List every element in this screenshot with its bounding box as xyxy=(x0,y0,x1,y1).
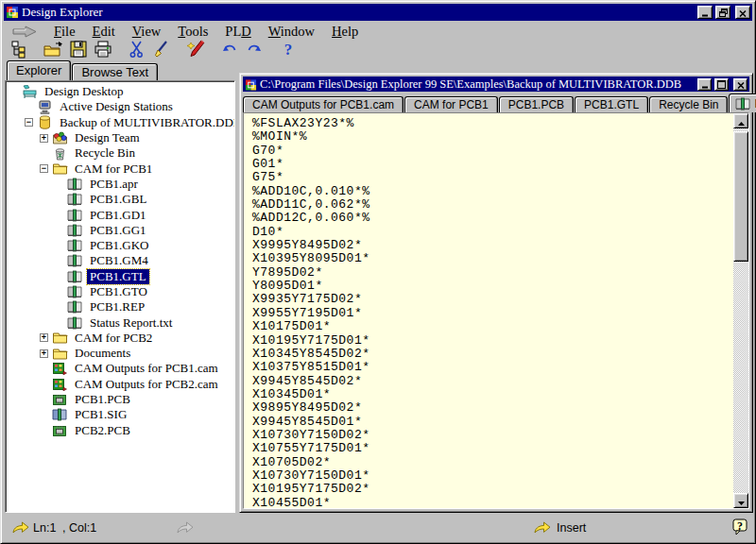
doc-tab-cam-outputs-for-pcb1-cam[interactable]: CAM Outputs for PCB1.cam xyxy=(243,96,404,112)
tree-item-pcb1-apr[interactable]: PCB1.apr xyxy=(6,177,234,192)
help-button[interactable]: ? xyxy=(276,40,301,61)
tree-item-pcb1-gko[interactable]: PCB1.GKO xyxy=(6,238,234,253)
close-icon xyxy=(739,4,747,21)
scroll-track[interactable] xyxy=(733,262,748,493)
expand-icon[interactable]: + xyxy=(40,349,48,358)
line-indicator: Ln:1 xyxy=(33,521,56,535)
undo-button[interactable] xyxy=(217,40,242,61)
help-icon: ? xyxy=(282,41,295,60)
doc-tab-label: CAM Outputs for PCB1.cam xyxy=(252,98,394,111)
menu-pld[interactable]: PLD xyxy=(216,23,259,41)
explorer-toggle-button[interactable] xyxy=(8,40,32,61)
tab-explorer[interactable]: Explorer xyxy=(7,60,71,80)
tree-item-documents[interactable]: +Documents xyxy=(6,346,234,361)
print-button[interactable] xyxy=(91,40,115,61)
document-path: C:\Program Files\Design Explorer 99 SE\E… xyxy=(260,77,695,92)
scroll-thumb[interactable] xyxy=(733,131,748,262)
tree-item-pcb1-pcb[interactable]: PCB1.PCB xyxy=(6,392,234,407)
tree-item-pcb1-gm4[interactable]: PCB1.GM4 xyxy=(6,253,234,268)
context-help-button[interactable]: ? xyxy=(732,518,748,536)
open-folder-button[interactable] xyxy=(42,40,66,61)
document-icon xyxy=(67,177,83,192)
menu-edit[interactable]: Edit xyxy=(84,23,124,41)
doc-maximize-button[interactable] xyxy=(714,78,729,91)
tree-item-pcb1-sig[interactable]: PCB1.SIG xyxy=(6,407,234,422)
nav-forward-icon xyxy=(11,520,30,535)
scroll-up-button[interactable] xyxy=(733,113,748,128)
expand-icon[interactable]: + xyxy=(40,134,48,143)
svg-text:?: ? xyxy=(284,41,293,58)
folder-icon xyxy=(52,331,68,346)
document-icon xyxy=(67,192,83,207)
document-icon xyxy=(735,97,750,110)
cut-icon xyxy=(128,40,146,61)
tree-item-backup-of-multivibrator-ddb[interactable]: −Backup of MULTIVIBRATOR.DDB xyxy=(6,115,234,130)
tree-item-pcb2-pcb[interactable]: PCB2.PCB xyxy=(6,423,234,438)
code-line: %ADD11C,0.062*% xyxy=(252,197,733,211)
menu-file[interactable]: File xyxy=(45,23,84,41)
cut-button[interactable] xyxy=(125,40,149,61)
tree-item-pcb1-rep[interactable]: PCB1.REP xyxy=(6,299,234,314)
tab-browse-text[interactable]: Browse Text xyxy=(72,63,158,80)
doc-close-button[interactable] xyxy=(733,78,747,91)
menu-view[interactable]: View xyxy=(124,23,170,41)
code-line: X10730Y7150D01* xyxy=(252,468,733,482)
code-line: X10345D01* xyxy=(252,387,733,400)
close-button[interactable] xyxy=(735,6,750,19)
main-titlebar[interactable]: Design Explorer xyxy=(4,4,752,21)
doc-tab-cam-for-pcb1[interactable]: CAM for PCB1 xyxy=(404,96,498,112)
code-line: X10705D02* xyxy=(252,455,733,468)
document-icon xyxy=(67,269,83,284)
tree-item-active-design-stations[interactable]: Active Design Stations xyxy=(6,99,234,114)
code-line: D10* xyxy=(252,225,733,238)
pld-arrow-icon[interactable] xyxy=(11,26,40,38)
desktop-icon xyxy=(22,84,38,99)
code-line: X10755Y7175D01* xyxy=(252,441,733,454)
explorer-panel: ExplorerBrowse Text Design DesktopActive… xyxy=(5,60,235,513)
tree-item-label: CAM Outputs for PCB1.cam xyxy=(72,361,221,376)
tree-item-design-team[interactable]: +Design Team xyxy=(6,130,234,145)
document-tabs: CAM Outputs for PCB1.camCAM for PCB1PCB1… xyxy=(243,93,749,112)
tree-item-pcb1-gtl[interactable]: PCB1.GTL xyxy=(6,269,234,284)
tree-item-cam-outputs-for-pcb2-cam[interactable]: CAM Outputs for PCB2.cam xyxy=(6,377,234,392)
tree-item-cam-for-pcb1[interactable]: −CAM for PCB1 xyxy=(6,161,234,176)
scroll-down-button[interactable] xyxy=(733,493,748,508)
gerber-text[interactable]: %FSLAX23Y23*%%MOIN*%G70*G01*G75*%ADD10C,… xyxy=(244,113,733,508)
restore-button[interactable] xyxy=(715,6,730,19)
document-titlebar[interactable]: C:\Program Files\Design Explorer 99 SE\E… xyxy=(243,76,749,92)
save-button[interactable] xyxy=(66,40,91,61)
minimize-icon xyxy=(701,76,709,93)
tree-item-pcb1-gg1[interactable]: PCB1.GG1 xyxy=(6,223,234,238)
doc-tab-pcb1-pcb[interactable]: PCB1.PCB xyxy=(499,96,574,112)
menu-help[interactable]: Help xyxy=(323,23,367,41)
tree-item-recycle-bin[interactable]: Recycle Bin xyxy=(6,145,234,161)
tree-item-pcb1-gd1[interactable]: PCB1.GD1 xyxy=(6,207,234,222)
tree-item-pcb1-gbl[interactable]: PCB1.GBL xyxy=(6,192,234,207)
wizard-button[interactable] xyxy=(183,40,208,61)
menu-window[interactable]: Window xyxy=(260,23,323,41)
tree-item-cam-for-pcb2[interactable]: +CAM for PCB2 xyxy=(6,331,234,346)
doc-tab-pcb1-gtl[interactable]: PCB1.GTL xyxy=(575,96,648,112)
minimize-button[interactable] xyxy=(697,6,713,19)
explorer-toggle-icon xyxy=(10,40,29,61)
toolbar: ? xyxy=(4,39,752,61)
tree-item-design-desktop[interactable]: Design Desktop xyxy=(6,84,234,99)
tree-item-label: Recycle Bin xyxy=(72,145,138,161)
document-icon xyxy=(67,299,83,314)
doc-minimize-button[interactable] xyxy=(697,78,712,91)
redo-button[interactable] xyxy=(242,40,266,61)
tree-item-status-report-txt[interactable]: Status Report.txt xyxy=(6,314,234,330)
doc-tab-pcb1-gtl-active[interactable]: PCB1.GTL xyxy=(729,94,756,112)
paste-button[interactable] xyxy=(149,40,174,61)
expand-icon[interactable]: + xyxy=(40,333,48,342)
doc-tab-recycle-bin[interactable]: Recycle Bin xyxy=(649,96,728,112)
tree-item-pcb1-gto[interactable]: PCB1.GTO xyxy=(6,284,234,299)
doc-tab-label: PCB1.PCB xyxy=(508,98,564,111)
menu-tools[interactable]: Tools xyxy=(169,23,216,41)
collapse-icon[interactable]: − xyxy=(25,118,33,127)
collapse-icon[interactable]: − xyxy=(40,164,48,173)
code-line: X9955Y7195D01* xyxy=(252,306,733,319)
print-icon xyxy=(94,40,112,61)
tree-item-cam-outputs-for-pcb1-cam[interactable]: CAM Outputs for PCB1.cam xyxy=(6,361,234,376)
window-title: Design Explorer xyxy=(22,5,695,20)
